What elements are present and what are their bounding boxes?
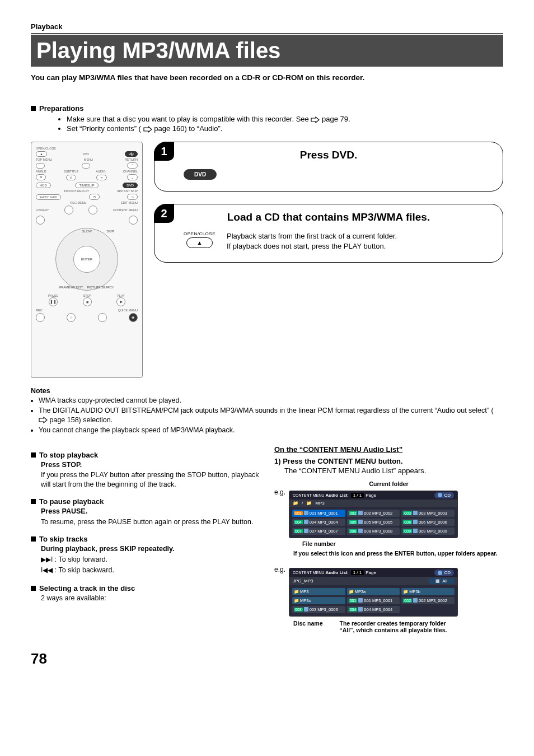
file-cell[interactable]: 004004 MP3_0004 [292, 519, 345, 526]
remote-label: QUICK MENU [118, 309, 138, 312]
file-cell[interactable]: 002002 MP3_0002 [401, 597, 455, 604]
content-menu-button[interactable] [129, 216, 138, 225]
disc-badge: CD [434, 570, 454, 576]
open-close-button[interactable]: ▲ [36, 151, 47, 157]
page-ref-arrow-icon [311, 116, 320, 123]
instant-replay-button[interactable]: ⟲ [89, 194, 100, 200]
folder-cell[interactable]: 📁MP3c [292, 597, 345, 604]
easy-navi-button[interactable]: EASY NAVI [36, 194, 61, 200]
instant-skip-button[interactable]: ⤳ [127, 194, 138, 200]
prep-item-1: Make sure that a disc you want to play i… [67, 115, 503, 123]
remote-label: FRAME/ADJUST [59, 286, 83, 289]
notes-heading: Notes [31, 387, 503, 395]
all-folder-caption: The recorder creates temporary folder “A… [340, 620, 452, 633]
remote-btn[interactable] [82, 163, 91, 169]
remote-label: ENTER [81, 258, 92, 261]
skip-backward: I◀◀ : To skip backward. [41, 566, 260, 575]
remote-label: TOP MENU [36, 158, 52, 161]
subtitle-button[interactable]: ⎚ [66, 175, 76, 180]
skip-backward-icon: I◀◀ [41, 566, 53, 574]
file-cell[interactable]: 005005 MP3_0005 [347, 519, 400, 526]
folder-cell[interactable]: 📁MP3a [347, 588, 400, 595]
square-bullet-icon [31, 106, 36, 111]
prep-item-1-ref: page 79. [322, 115, 350, 123]
stop-button[interactable]: ■ [83, 297, 92, 306]
prep-item-2: Set “Priority contents” ( page 160) to “… [67, 124, 503, 133]
crumb-folder: JPG_MP3 [293, 578, 313, 584]
ss-page: 1 / 1 [353, 493, 362, 498]
enter-button[interactable]: ENTER [73, 246, 100, 273]
remote-control-diagram: OPEN/CLOSE ▲ DVD I/⏻ TOP MENUMENURETURN … [31, 142, 143, 378]
star-button[interactable]: ☆ [67, 313, 76, 322]
file-cell[interactable]: 009009 MP3_0009 [401, 528, 455, 535]
file-cell[interactable]: 001001 MP3_0001 [292, 510, 345, 517]
remote-label: REC [36, 309, 43, 312]
return-button[interactable]: ⌃ [127, 162, 138, 169]
upper-folders-caption: If you select this icon and press the EN… [293, 550, 503, 558]
file-cell[interactable]: 007007 MP3_0007 [292, 528, 345, 535]
audio-list-screenshot-1: CONTENT MENU Audio List 1 / 1 Page CD 📁 … [289, 491, 458, 538]
crumb-root: / [302, 501, 303, 506]
skip-forward: ▶▶I : To skip forward. [41, 555, 260, 564]
crumb-folder: MP3 [315, 501, 324, 506]
all-folder[interactable]: All [442, 578, 447, 584]
note-item: WMA tracks copy-protected cannot be play… [39, 396, 503, 405]
file-cell[interactable]: 004004 MP3_0004 [347, 606, 400, 613]
note-text: The DIGITAL AUDIO OUT BITSTREAM/PCM jack… [39, 407, 494, 414]
remote-btn[interactable] [36, 163, 45, 169]
step-2-box: 2 Load a CD that contains MP3/WMA files.… [154, 204, 503, 263]
timeslip-button[interactable]: TIMESLIP [75, 183, 98, 188]
file-cell[interactable]: 002002 MP3_0002 [347, 510, 400, 517]
file-cell[interactable]: 003003 MP3_0003 [292, 606, 345, 613]
audio-button[interactable]: ∞ [96, 175, 106, 180]
remote-btn[interactable] [64, 206, 73, 214]
remote-label: PICTURE SEARCH [87, 286, 114, 289]
power-button[interactable]: I/⏻ [125, 151, 138, 157]
ss-title: Audio List [326, 493, 348, 498]
pause-button[interactable]: ❚❚ [49, 297, 58, 306]
nav-wheel[interactable]: SLOW SKIP ENTER FRAME/ADJUST PICTURE SEA… [55, 228, 118, 291]
skip-backward-text: : To skip backward. [55, 566, 114, 574]
library-button[interactable] [36, 216, 45, 225]
file-cell[interactable]: 006006 MP3_0006 [401, 519, 455, 526]
file-cell[interactable]: 003003 MP3_0003 [401, 510, 455, 517]
step-1-title: Press DVD. [167, 149, 490, 161]
folder-cell[interactable]: 📁MP3 [292, 588, 345, 595]
quick-menu-button[interactable]: ◈ [129, 313, 138, 322]
file-cell[interactable]: 008008 MP3_0008 [347, 528, 400, 535]
file-cell[interactable]: 001001 MP3_0001 [347, 597, 400, 604]
up-folder-icon[interactable]: 📁 [293, 501, 298, 506]
skip-action: During playback, press SKIP repeatedly. [41, 544, 260, 554]
step-number-2: 2 [154, 204, 174, 223]
intro-text: You can play MP3/WMA files that have bee… [31, 73, 503, 82]
page-ref-arrow-icon [39, 417, 48, 423]
folder-cell[interactable]: 📁MP3b [401, 588, 455, 595]
ss-menu-label: CONTENT MENU [293, 571, 324, 575]
angle-button[interactable]: ⧉ [36, 174, 46, 180]
rec-button[interactable] [36, 313, 45, 322]
channel-button[interactable]: ⌄ [127, 174, 138, 180]
step-2-title: Load a CD that contains MP3/WMA files. [167, 211, 490, 223]
step-number-1: 1 [154, 142, 174, 161]
example-label: e.g. [274, 488, 285, 496]
remote-label: DVD [82, 152, 89, 156]
page-title: Playing MP3/WMA files [31, 35, 503, 67]
remote-btn[interactable] [88, 206, 97, 214]
hdd-button[interactable]: HDD [36, 183, 51, 188]
disc-name-caption: Disc name [293, 620, 323, 633]
remote-btn[interactable] [98, 313, 107, 322]
dvd-button[interactable]: DVD [123, 183, 138, 188]
current-folder-caption: Current folder [274, 480, 503, 487]
square-bullet-icon [31, 499, 36, 504]
ss-page-label: Page [366, 570, 376, 575]
file-number-caption: File number [302, 540, 503, 548]
pause-desc: To resume, press the PAUSE button again … [41, 517, 260, 527]
stop-heading: To stop playback [39, 451, 98, 459]
note-ref: page 158) selection. [49, 416, 113, 424]
ss-page: 1 / 1 [353, 570, 362, 575]
skip-forward-icon: ▶▶I [41, 556, 53, 563]
remote-label: AUDIO [96, 170, 105, 173]
prep-item-2-text: Set “Priority contents” ( [67, 124, 141, 133]
step-2-note-2: If playback does not start, press the PL… [227, 241, 397, 251]
play-button[interactable]: ▶ [116, 297, 125, 306]
